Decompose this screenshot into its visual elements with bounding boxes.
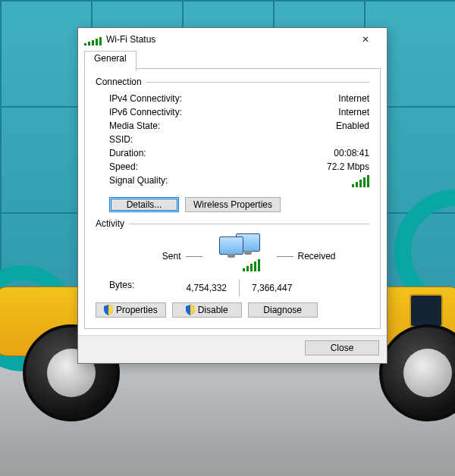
close-button[interactable]: ✕	[350, 28, 381, 51]
dialog-footer: Close	[78, 335, 387, 363]
shield-icon	[104, 305, 113, 315]
activity-heading: Activity	[96, 218, 124, 229]
ipv4-value: Internet	[338, 93, 369, 104]
details-button[interactable]: Details...	[109, 197, 179, 212]
properties-button[interactable]: Properties	[96, 302, 166, 318]
tab-general[interactable]: General	[84, 51, 136, 71]
diagnose-button-label: Diagnose	[263, 305, 302, 315]
media-state-value: Enabled	[336, 121, 369, 131]
signal-quality-label: Signal Quality:	[109, 175, 168, 189]
received-label: Received	[298, 251, 336, 261]
sent-label: Sent	[162, 251, 181, 261]
wireless-properties-label: Wireless Properties	[193, 199, 272, 210]
wireless-properties-button[interactable]: Wireless Properties	[185, 197, 281, 212]
media-state-label: Media State:	[109, 121, 160, 131]
speed-label: Speed:	[109, 161, 138, 172]
connection-group: Connection IPv4 Connectivity: Internet I…	[96, 77, 369, 212]
desktop-wallpaper: Wi-Fi Status ✕ General Connection IPv4 C…	[0, 0, 455, 476]
disable-button-label: Disable	[198, 305, 228, 315]
ipv4-label: IPv4 Connectivity:	[109, 93, 182, 104]
speed-value: 72.2 Mbps	[327, 161, 369, 172]
wifi-icon	[84, 33, 102, 45]
ssid-label: SSID:	[109, 134, 133, 145]
activity-signal-icon	[243, 259, 260, 271]
activity-group: Activity Sent	[96, 218, 369, 296]
general-panel: Connection IPv4 Connectivity: Internet I…	[84, 68, 381, 329]
duration-label: Duration:	[109, 148, 146, 158]
bytes-sent-value: 4,754,332	[187, 283, 227, 293]
ipv6-value: Internet	[338, 107, 369, 117]
properties-button-label: Properties	[116, 305, 158, 315]
ipv6-label: IPv6 Connectivity:	[109, 107, 182, 117]
bytes-received-value: 7,366,447	[252, 283, 292, 293]
connection-heading: Connection	[96, 77, 142, 87]
details-button-label: Details...	[127, 199, 162, 210]
tab-general-label: General	[94, 53, 127, 64]
titlebar[interactable]: Wi-Fi Status ✕	[78, 28, 387, 51]
close-icon: ✕	[362, 34, 369, 45]
close-dialog-label: Close	[331, 343, 354, 353]
window-title: Wi-Fi Status	[106, 34, 155, 45]
diagnose-button[interactable]: Diagnose	[248, 302, 318, 318]
disable-button[interactable]: Disable	[172, 302, 242, 318]
wifi-status-window: Wi-Fi Status ✕ General Connection IPv4 C…	[77, 27, 388, 364]
duration-value: 00:08:41	[334, 148, 369, 158]
signal-bars-icon	[352, 175, 369, 187]
close-dialog-button[interactable]: Close	[305, 340, 379, 355]
shield-icon	[186, 305, 195, 315]
